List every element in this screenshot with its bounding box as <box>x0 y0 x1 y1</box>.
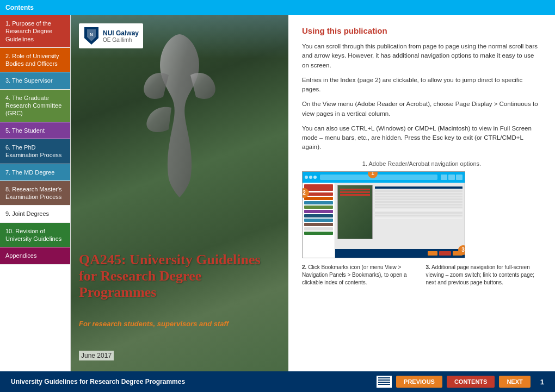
cover-date: June 2017 <box>79 351 114 360</box>
sidebar-item-10[interactable]: 10. Revision of University Guidelines <box>0 223 70 248</box>
badge-3: 3 <box>458 245 465 255</box>
screenshot-container: 1 2 3 <box>302 171 541 258</box>
screenshot-caption-top: 1. Adobe Reader/Acrobat navigation optio… <box>302 160 541 167</box>
using-title: Using this publication <box>302 26 541 35</box>
screenshot-body <box>303 183 465 258</box>
sidebar-item-4[interactable]: 4. The Graduate Research Committee (GRC) <box>0 90 70 122</box>
sculpture <box>136 32 223 200</box>
bottom-nav: PREVIOUS CONTENTS NEXT 1 <box>377 376 544 388</box>
logo-oe: OE Gaillimh <box>103 37 139 43</box>
mock-sidebar-item-8 <box>304 223 333 226</box>
sidebar-item-9[interactable]: 9. Joint Degrees <box>0 206 70 222</box>
sidebar-item-2[interactable]: 2. Role of University Bodies and Officer… <box>0 48 70 73</box>
mock-sidebar-item-5 <box>304 210 333 213</box>
cover-title-text: QA245: University Guidelines for Researc… <box>79 252 280 301</box>
logo-nui: NUI Galway <box>103 29 139 37</box>
mock-cover-thumbnail <box>337 185 373 239</box>
mock-sidebar-item-6 <box>304 214 333 217</box>
caption-3: 3. Additional page navigation for full-s… <box>426 264 542 287</box>
mock-sidebar-item-3 <box>304 201 333 204</box>
sidebar-item-1[interactable]: 1. Purpose of the Research Degree Guidel… <box>0 15 70 48</box>
cover-logo: N NUI Galway OE Gaillimh <box>79 23 143 48</box>
toolbar-dot-1 <box>305 176 308 179</box>
sidebar-item-3[interactable]: 3. The Supervisor <box>0 72 70 89</box>
page-number: 1 <box>540 378 544 386</box>
para-3: On the View menu (Adobe Reader or Acroba… <box>302 99 541 119</box>
sidebar-item-5[interactable]: 5. The Student <box>0 122 70 139</box>
cover-title-block: QA245: University Guidelines for Researc… <box>79 252 280 301</box>
top-bar: Contents <box>0 0 555 15</box>
mock-sidebar-header <box>304 184 333 191</box>
mock-content-area <box>335 183 465 258</box>
para-1: You can scroll through this publication … <box>302 42 541 70</box>
bottom-title: University Guidelines for Research Degre… <box>11 378 185 385</box>
screenshot-mock: 1 2 3 <box>302 171 465 258</box>
caption-3-num: 3. <box>426 264 430 270</box>
sidebar: 1. Purpose of the Research Degree Guidel… <box>0 15 71 371</box>
next-button[interactable]: NEXT <box>499 376 530 388</box>
toolbar-dot-2 <box>309 176 312 179</box>
svg-text:N: N <box>90 32 93 37</box>
screenshot-section: 1. Adobe Reader/Acrobat navigation optio… <box>302 160 541 287</box>
mock-sidebar-item-4 <box>304 206 333 209</box>
toolbar-dot-3 <box>313 176 317 179</box>
sidebar-item-6[interactable]: 6. The PhD Examination Process <box>0 139 70 164</box>
bottom-bar: University Guidelines for Research Degre… <box>0 371 555 392</box>
screenshot-toolbar <box>303 172 465 183</box>
sidebar-item-8[interactable]: 8. Research Master's Examination Process <box>0 181 70 206</box>
caption-3-text: Additional page navigation for full-scre… <box>426 264 535 285</box>
contents-button[interactable]: CONTENTS <box>447 376 495 388</box>
mock-sidebar-item-9 <box>304 227 333 231</box>
previous-button[interactable]: PREVIOUS <box>396 376 442 388</box>
cover-image: N NUI Galway OE Gaillimh QA245: Universi… <box>71 15 288 371</box>
main-area: 1. Purpose of the Research Degree Guidel… <box>0 15 555 371</box>
caption-2-text: Click Bookmarks icon (or menu View > Nav… <box>302 264 407 285</box>
right-panel: Using this publication You can scroll th… <box>288 15 555 371</box>
mock-text-area <box>375 185 462 239</box>
para-2: Entries in the Index (page 2) are clicka… <box>302 76 541 95</box>
cover-subtitle: For research students, supervisors and s… <box>79 320 280 328</box>
caption-2-num: 2. <box>302 264 306 270</box>
page-icon <box>377 376 392 388</box>
top-bar-label: Contents <box>5 4 34 11</box>
caption-2: 2. Click Bookmarks icon (or menu View > … <box>302 264 418 287</box>
mock-sidebar-item-10 <box>304 232 333 235</box>
sidebar-item-appendices[interactable]: Appendices <box>0 247 70 264</box>
mock-sidebar-item-7 <box>304 219 333 222</box>
logo-shield-icon: N <box>83 26 100 46</box>
para-4: You can also use CTRL+L (Windows) or CMD… <box>302 124 541 152</box>
captions-row: 2. Click Bookmarks icon (or menu View > … <box>302 264 541 287</box>
logo-text: NUI Galway OE Gaillimh <box>103 29 139 43</box>
mock-sidebar-item-2 <box>304 197 333 200</box>
mock-bottom-nav <box>335 249 465 258</box>
sidebar-item-7[interactable]: 7. The MD Degree <box>0 164 70 181</box>
cover-panel: N NUI Galway OE Gaillimh QA245: Universi… <box>71 15 288 371</box>
content-area: N NUI Galway OE Gaillimh QA245: Universi… <box>71 15 555 371</box>
